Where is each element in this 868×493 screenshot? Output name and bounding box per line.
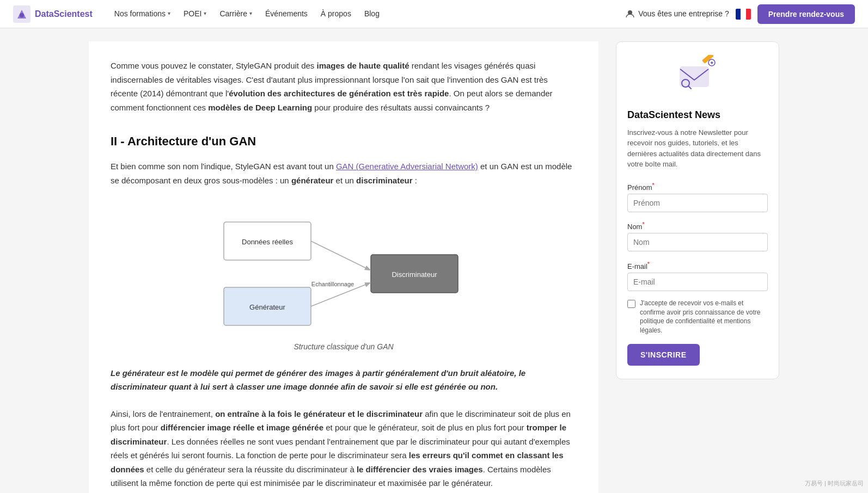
sidebar-desc: Inscrivez-vous à notre Newsletter pour r… bbox=[627, 127, 768, 170]
enterprise-label: Vous êtes une entreprise ? bbox=[638, 8, 729, 20]
chevron-down-icon: ▾ bbox=[204, 9, 206, 18]
logo[interactable]: DataScientest bbox=[13, 5, 93, 23]
prenom-label: Prénom* bbox=[627, 183, 655, 192]
logo-icon bbox=[13, 5, 30, 23]
nav-label-formations: Nos formations bbox=[114, 8, 166, 20]
sidebar-title: DataScientest News bbox=[627, 107, 768, 123]
consent-label: J'accepte de recevoir vos e-mails et con… bbox=[640, 299, 768, 335]
nom-input[interactable] bbox=[627, 233, 768, 251]
sidebar-card: ✦ DataScientest News Inscrivez-vous à no… bbox=[616, 41, 779, 379]
diagram-wrapper: Données réelles Générateur Discriminateu… bbox=[111, 200, 577, 353]
chevron-down-icon: ▾ bbox=[168, 9, 170, 18]
cta-button[interactable]: Prendre rendez-vous bbox=[757, 4, 855, 24]
svg-text:Discriminateur: Discriminateur bbox=[392, 270, 437, 279]
article-body-2: Ainsi, lors de l'entrainement, on entraî… bbox=[111, 407, 577, 490]
nav-label-carriere: Carrière bbox=[219, 8, 247, 20]
nav-links: Nos formations ▾ POEI ▾ Carrière ▾ Événe… bbox=[110, 5, 384, 22]
svg-text:Données réelles: Données réelles bbox=[242, 238, 293, 246]
svg-text:Générateur: Générateur bbox=[249, 303, 285, 311]
gan-diagram: Données réelles Générateur Discriminateu… bbox=[207, 200, 480, 336]
nav-item-carriere[interactable]: Carrière ▾ bbox=[215, 5, 256, 22]
newsletter-icon: ✦ bbox=[676, 55, 719, 98]
consent-checkbox[interactable] bbox=[627, 300, 635, 308]
prenom-input[interactable] bbox=[627, 194, 768, 212]
diagram-caption: Structure classique d'un GAN bbox=[294, 341, 393, 353]
nav-item-poei[interactable]: POEI ▾ bbox=[179, 5, 211, 22]
nav-item-blog[interactable]: Blog bbox=[360, 5, 384, 22]
article-body-1: Et bien comme son nom l'indique, StyleGA… bbox=[111, 159, 577, 187]
sidebar: ✦ DataScientest News Inscrivez-vous à no… bbox=[616, 41, 779, 493]
nav-label-poei: POEI bbox=[184, 8, 201, 20]
navbar: DataScientest Nos formations ▾ POEI ▾ Ca… bbox=[0, 0, 868, 28]
sidebar-icon-area: ✦ bbox=[627, 55, 768, 98]
email-input[interactable] bbox=[627, 273, 768, 291]
chevron-down-icon: ▾ bbox=[249, 9, 252, 18]
nav-item-formations[interactable]: Nos formations ▾ bbox=[110, 5, 175, 22]
article-intro: Comme vous pouvez le constater, StyleGAN… bbox=[111, 59, 577, 114]
article-callout: Le générateur est le modèle qui permet d… bbox=[111, 366, 577, 394]
svg-text:✦: ✦ bbox=[710, 60, 714, 66]
nom-label: Nom* bbox=[627, 223, 645, 231]
section-heading: II - Architecture d'un GAN bbox=[111, 132, 577, 151]
checkbox-row: J'accepte de recevoir vos e-mails et con… bbox=[627, 299, 768, 335]
watermark: 万易号 | 时尚玩家岳司 bbox=[805, 479, 864, 489]
navbar-right: Vous êtes une entreprise ? Prendre rende… bbox=[625, 4, 855, 24]
svg-rect-13 bbox=[680, 67, 708, 87]
svg-text:Echantillonnage: Echantillonnage bbox=[311, 281, 354, 287]
svg-line-10 bbox=[311, 241, 370, 270]
navbar-left: DataScientest Nos formations ▾ POEI ▾ Ca… bbox=[13, 5, 384, 23]
nav-item-evenements[interactable]: Événements bbox=[261, 5, 312, 22]
nav-label-blog: Blog bbox=[364, 8, 380, 20]
logo-text: DataScientest bbox=[35, 7, 93, 21]
gan-link[interactable]: GAN (Generative Adversiarial Network) bbox=[336, 162, 478, 171]
flag-icon[interactable] bbox=[736, 9, 751, 20]
enterprise-link[interactable]: Vous êtes une entreprise ? bbox=[625, 8, 729, 20]
newsletter-form: Prénom* Nom* E-mail* J'accepte de recevo… bbox=[627, 181, 768, 366]
submit-button[interactable]: S'INSCRIRE bbox=[627, 344, 700, 366]
enterprise-icon bbox=[625, 9, 635, 19]
page-wrapper: Comme vous pouvez le constater, StyleGAN… bbox=[80, 28, 788, 493]
nav-item-apropos[interactable]: À propos bbox=[316, 5, 356, 22]
email-label: E-mail* bbox=[627, 262, 650, 270]
svg-point-2 bbox=[20, 13, 24, 17]
nav-label-apropos: À propos bbox=[321, 8, 351, 20]
nav-label-evenements: Événements bbox=[265, 8, 308, 20]
main-content: Comme vous pouvez le constater, StyleGAN… bbox=[89, 41, 598, 493]
